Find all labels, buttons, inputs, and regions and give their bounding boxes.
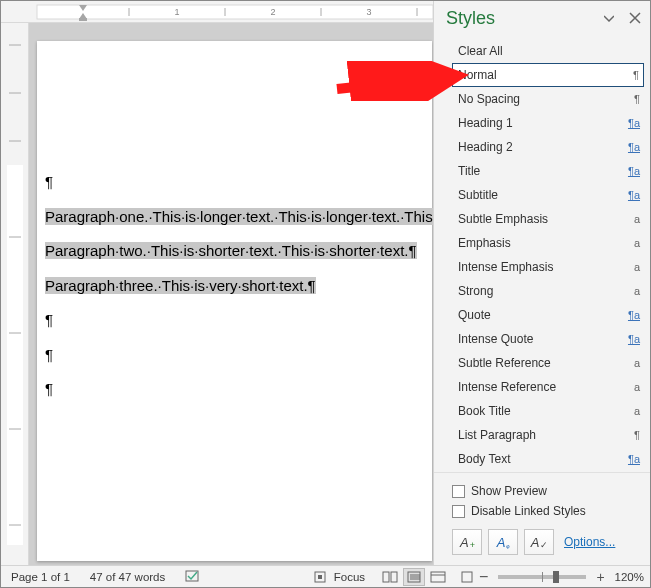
style-item[interactable]: Book Titlea [452, 399, 644, 423]
style-item-label: Quote [458, 308, 620, 322]
style-item[interactable]: Intense Referencea [452, 375, 644, 399]
paragraph[interactable]: Paragraph·two.·This·is·shorter·text.·Thi… [45, 240, 432, 263]
style-glyph-icon: a [620, 285, 640, 297]
style-item-label: Strong [458, 284, 620, 298]
style-inspector-button[interactable]: Aᵩ [488, 529, 518, 555]
styles-pane-header: Styles [434, 1, 650, 35]
styles-pane-title: Styles [446, 8, 495, 29]
style-item-label: Title [458, 164, 620, 178]
zoom-slider[interactable] [498, 575, 586, 579]
zoom-fit-icon[interactable] [459, 569, 475, 585]
svg-rect-28 [431, 572, 445, 582]
style-item-label: List Paragraph [458, 428, 620, 442]
style-item[interactable]: Body Text¶a [452, 447, 644, 471]
style-glyph-icon: a [620, 261, 640, 273]
style-item-label: Intense Reference [458, 380, 620, 394]
svg-text:1: 1 [174, 7, 179, 17]
manage-styles-button[interactable]: A✓ [524, 529, 554, 555]
paragraph-marker[interactable]: ¶ [45, 309, 432, 332]
style-glyph-icon: ¶a [620, 189, 640, 201]
style-item-label: Normal [458, 68, 619, 82]
style-glyph-icon: a [620, 405, 640, 417]
svg-text:3: 3 [366, 7, 371, 17]
paragraph-marker[interactable]: ¶ [45, 171, 432, 194]
style-item[interactable]: Subtle Emphasisa [452, 207, 644, 231]
focus-label: Focus [334, 571, 365, 583]
style-item[interactable]: Emphasisa [452, 231, 644, 255]
style-item[interactable]: Title¶a [452, 159, 644, 183]
selection[interactable]: Paragraph·three.·This·is·very·short·text… [45, 277, 316, 294]
zoom-in-button[interactable]: + [594, 569, 606, 585]
pane-options-dropdown[interactable] [598, 7, 620, 29]
style-item[interactable]: Heading 2¶a [452, 135, 644, 159]
style-glyph-icon: a [620, 237, 640, 249]
style-item[interactable]: List Paragraph¶ [452, 423, 644, 447]
style-item[interactable]: Subtitle¶a [452, 183, 644, 207]
svg-rect-23 [391, 572, 397, 582]
focus-icon [312, 569, 328, 585]
zoom-out-button[interactable]: − [477, 568, 490, 586]
style-glyph-icon: ¶ [619, 69, 639, 81]
style-item-label: Heading 2 [458, 140, 620, 154]
style-item-label: Subtitle [458, 188, 620, 202]
document-page[interactable]: ¶ Paragraph·one.·This·is·longer·text.·Th… [37, 41, 432, 561]
style-item[interactable]: Clear All [452, 39, 644, 63]
style-item[interactable]: Subtle Referencea [452, 351, 644, 375]
style-item-label: No Spacing [458, 92, 620, 106]
style-item[interactable]: Intense Emphasisa [452, 255, 644, 279]
disable-linked-styles-checkbox[interactable]: Disable Linked Styles [452, 501, 642, 521]
style-glyph-icon: ¶a [620, 117, 640, 129]
paragraph-marker[interactable]: ¶ [45, 378, 432, 401]
web-layout-button[interactable] [427, 568, 449, 586]
style-item[interactable]: Heading 1¶a [452, 111, 644, 135]
svg-rect-3 [79, 18, 87, 21]
checkbox-icon [452, 485, 465, 498]
style-glyph-icon: ¶ [620, 93, 640, 105]
svg-rect-21 [318, 575, 322, 579]
style-item-label: Clear All [458, 44, 620, 58]
paragraph[interactable]: Paragraph·one.·This·is·longer·text.·This… [45, 206, 432, 229]
style-item-label: Subtle Reference [458, 356, 620, 370]
spellcheck-icon[interactable] [185, 569, 201, 585]
styles-options-link[interactable]: Options... [564, 535, 615, 549]
checkbox-label: Disable Linked Styles [471, 504, 586, 518]
svg-rect-30 [462, 572, 472, 582]
paragraph-marker[interactable]: ¶ [45, 344, 432, 367]
styles-pane-footer: Show Preview Disable Linked Styles A+ Aᵩ… [434, 472, 650, 565]
svg-text:2: 2 [270, 7, 275, 17]
document-viewport[interactable]: ¶ Paragraph·one.·This·is·longer·text.·Th… [29, 23, 433, 565]
selection[interactable]: Paragraph·one.·This·is·longer·text.·This… [45, 208, 433, 225]
style-glyph-icon: ¶a [620, 165, 640, 177]
style-glyph-icon: ¶a [620, 309, 640, 321]
zoom-percent[interactable]: 120% [615, 571, 644, 583]
show-preview-checkbox[interactable]: Show Preview [452, 481, 642, 501]
selection[interactable]: Paragraph·two.·This·is·shorter·text.·Thi… [45, 242, 417, 259]
page-indicator[interactable]: Page 1 of 1 [1, 566, 80, 587]
style-glyph-icon: a [620, 381, 640, 393]
paragraph[interactable]: Paragraph·three.·This·is·very·short·text… [45, 275, 432, 298]
focus-mode-button[interactable]: Focus [302, 566, 375, 587]
read-mode-button[interactable] [379, 568, 401, 586]
print-layout-button[interactable] [403, 568, 425, 586]
checkbox-icon [452, 505, 465, 518]
style-glyph-icon: ¶a [620, 453, 640, 465]
document-body[interactable]: ¶ Paragraph·one.·This·is·longer·text.·Th… [45, 171, 432, 413]
style-item[interactable]: No Spacing¶ [452, 87, 644, 111]
style-item-label: Intense Quote [458, 332, 620, 346]
vertical-ruler [1, 23, 29, 565]
word-count[interactable]: 47 of 47 words [80, 566, 175, 587]
style-item[interactable]: Stronga [452, 279, 644, 303]
style-item-label: Emphasis [458, 236, 620, 250]
style-item[interactable]: Normal¶ [452, 63, 644, 87]
style-item[interactable]: Quote¶a [452, 303, 644, 327]
style-glyph-icon: a [620, 357, 640, 369]
new-style-button[interactable]: A+ [452, 529, 482, 555]
style-item-label: Body Text [458, 452, 620, 466]
style-item[interactable]: Intense Quote¶a [452, 327, 644, 351]
svg-rect-22 [383, 572, 389, 582]
style-item-label: Heading 1 [458, 116, 620, 130]
styles-list[interactable]: Clear AllNormal¶No Spacing¶Heading 1¶aHe… [434, 35, 650, 472]
style-item-label: Subtle Emphasis [458, 212, 620, 226]
close-pane-button[interactable] [624, 7, 646, 29]
style-glyph-icon: ¶ [620, 429, 640, 441]
